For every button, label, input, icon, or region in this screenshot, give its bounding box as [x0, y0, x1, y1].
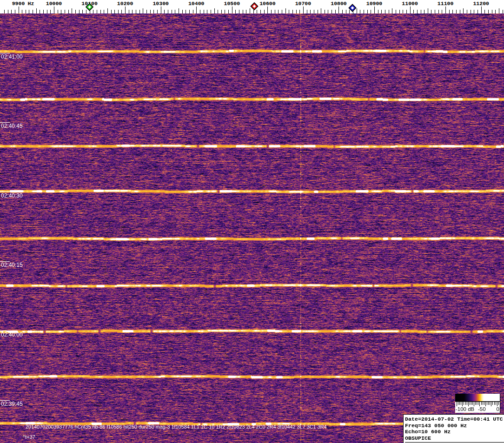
svg-text:10300: 10300 [153, 0, 169, 7]
svg-text:11000: 11000 [402, 0, 418, 7]
svg-text:10200: 10200 [117, 0, 133, 7]
svg-text:10000: 10000 [46, 0, 62, 7]
svg-text:11200: 11200 [473, 0, 489, 7]
svg-text:10900: 10900 [366, 0, 383, 7]
svg-text:10800: 10800 [331, 0, 347, 7]
svg-text:10700: 10700 [295, 0, 312, 7]
svg-text:Hz: Hz [28, 0, 34, 7]
svg-text:10600: 10600 [259, 0, 276, 7]
svg-text:11100: 11100 [438, 0, 454, 7]
svg-text:10400: 10400 [188, 0, 205, 7]
svg-text:10500: 10500 [224, 0, 240, 7]
svg-text:9900: 9900 [12, 0, 25, 7]
